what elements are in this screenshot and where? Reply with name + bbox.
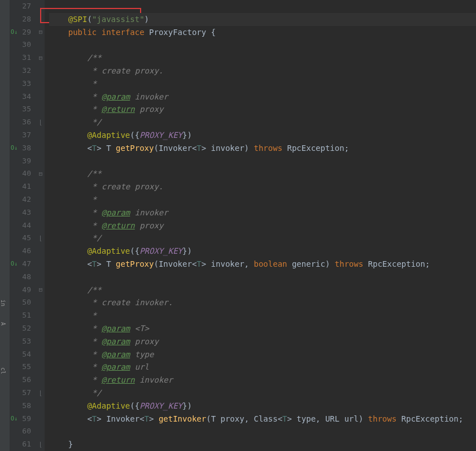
- line-number[interactable]: 41: [10, 180, 37, 193]
- line-number-gutter[interactable]: 272829O↓303132333435363738O↓394041424344…: [10, 0, 37, 451]
- code-line[interactable]: * @param <T>: [49, 322, 476, 335]
- token-plain: [49, 53, 87, 62]
- code-area[interactable]: @SPI("javassist") public interface Proxy…: [45, 0, 476, 451]
- token-const: PROXY_KEY: [139, 246, 182, 255]
- fold-minus-icon[interactable]: [37, 284, 45, 297]
- code-line[interactable]: /**: [49, 51, 476, 64]
- line-number[interactable]: 31: [10, 51, 37, 64]
- token-paren: >: [97, 259, 106, 268]
- line-number[interactable]: 28: [10, 13, 37, 26]
- line-number[interactable]: 56: [10, 374, 37, 387]
- code-line[interactable]: [49, 271, 476, 284]
- line-number[interactable]: 36: [10, 116, 37, 129]
- code-line[interactable]: * @param type: [49, 348, 476, 361]
- code-line[interactable]: * @return proxy: [49, 103, 476, 116]
- code-line[interactable]: * @return invoker: [49, 374, 476, 387]
- code-line[interactable]: <T> Invoker<T> getInvoker(T proxy, Class…: [49, 413, 476, 426]
- code-line[interactable]: * @param proxy: [49, 335, 476, 348]
- line-number[interactable]: 44: [10, 219, 37, 232]
- fold-minus-icon[interactable]: [37, 51, 45, 64]
- fold-minus-icon[interactable]: [37, 26, 45, 39]
- line-number[interactable]: 54: [10, 348, 37, 361]
- line-number[interactable]: 40: [10, 167, 37, 180]
- code-line[interactable]: }: [49, 438, 476, 451]
- line-number[interactable]: 57: [10, 387, 37, 400]
- line-number[interactable]: 59O↓: [10, 413, 37, 426]
- code-line[interactable]: */: [49, 232, 476, 245]
- line-number[interactable]: 60: [10, 425, 37, 438]
- code-line[interactable]: */: [49, 116, 476, 129]
- line-number[interactable]: 58: [10, 400, 37, 413]
- line-number[interactable]: 38O↓: [10, 142, 37, 155]
- line-number[interactable]: 48: [10, 271, 37, 284]
- code-line[interactable]: * create invoker.: [49, 296, 476, 309]
- token-comment: *: [49, 324, 102, 333]
- line-number[interactable]: 45: [10, 232, 37, 245]
- code-line[interactable]: /**: [49, 167, 476, 180]
- line-number[interactable]: 43: [10, 206, 37, 219]
- line-number[interactable]: 37: [10, 129, 37, 142]
- line-number[interactable]: 61: [10, 438, 37, 451]
- token-paren: (Invoker<: [154, 259, 196, 268]
- line-number[interactable]: 55: [10, 361, 37, 374]
- line-number[interactable]: 51: [10, 309, 37, 322]
- line-number[interactable]: 34: [10, 90, 37, 103]
- code-line[interactable]: /**: [49, 284, 476, 297]
- code-line[interactable]: * create proxy.: [49, 180, 476, 193]
- fold-bracket-icon[interactable]: [37, 387, 45, 400]
- line-number[interactable]: 46: [10, 245, 37, 258]
- token-comment: *: [49, 362, 102, 371]
- fold-spacer: [37, 271, 45, 284]
- line-number[interactable]: 35: [10, 103, 37, 116]
- code-line[interactable]: [49, 155, 476, 168]
- code-line[interactable]: * @param invoker: [49, 90, 476, 103]
- line-number[interactable]: 33: [10, 77, 37, 90]
- fold-bracket-icon[interactable]: [37, 116, 45, 129]
- line-number[interactable]: 52: [10, 322, 37, 335]
- fold-spacer: [37, 64, 45, 77]
- code-line[interactable]: *: [49, 193, 476, 206]
- token-paren: }): [182, 131, 192, 140]
- code-line[interactable]: @Adaptive({PROXY_KEY}): [49, 245, 476, 258]
- code-line[interactable]: public interface ProxyFactory {: [49, 26, 476, 39]
- code-line[interactable]: *: [49, 309, 476, 322]
- code-line[interactable]: * create proxy.: [49, 64, 476, 77]
- code-line[interactable]: *: [49, 77, 476, 90]
- override-indicator-icon[interactable]: O↓: [11, 258, 18, 271]
- line-number[interactable]: 53: [10, 335, 37, 348]
- code-line[interactable]: * @param invoker: [49, 206, 476, 219]
- line-number[interactable]: 30: [10, 38, 37, 51]
- code-line[interactable]: <T> T getProxy(Invoker<T> invoker, boole…: [49, 258, 476, 271]
- code-line[interactable]: * @return proxy: [49, 219, 476, 232]
- code-line[interactable]: @Adaptive({PROXY_KEY}): [49, 400, 476, 413]
- code-line[interactable]: @Adaptive({PROXY_KEY}): [49, 129, 476, 142]
- token-kw: throws: [335, 259, 364, 268]
- line-number[interactable]: 39: [10, 155, 37, 168]
- line-number[interactable]: 27: [10, 0, 37, 13]
- code-line[interactable]: */: [49, 387, 476, 400]
- line-number[interactable]: 32: [10, 64, 37, 77]
- code-line[interactable]: [49, 0, 476, 13]
- override-indicator-icon[interactable]: O↓: [11, 26, 18, 39]
- left-label: cl: [0, 367, 6, 374]
- code-line[interactable]: [49, 38, 476, 51]
- code-line[interactable]: [49, 425, 476, 438]
- fold-minus-icon[interactable]: [37, 167, 45, 180]
- line-number[interactable]: 47O↓: [10, 258, 37, 271]
- token-paren: ({: [130, 246, 139, 255]
- token-comment: /**: [87, 53, 101, 62]
- fold-column[interactable]: [37, 0, 45, 451]
- line-number[interactable]: 50: [10, 296, 37, 309]
- code-line[interactable]: * @param url: [49, 361, 476, 374]
- line-number[interactable]: 49: [10, 284, 37, 297]
- token-plain: [49, 246, 87, 255]
- code-line[interactable]: @SPI("javassist"): [49, 13, 476, 26]
- override-indicator-icon[interactable]: O↓: [11, 142, 18, 155]
- token-ident: T: [211, 414, 216, 423]
- code-line[interactable]: <T> T getProxy(Invoker<T> invoker) throw…: [49, 142, 476, 155]
- line-number[interactable]: 29O↓: [10, 26, 37, 39]
- line-number[interactable]: 42: [10, 193, 37, 206]
- override-indicator-icon[interactable]: O↓: [11, 413, 18, 426]
- fold-bracket-icon[interactable]: [37, 232, 45, 245]
- fold-bracket-icon[interactable]: [37, 438, 45, 451]
